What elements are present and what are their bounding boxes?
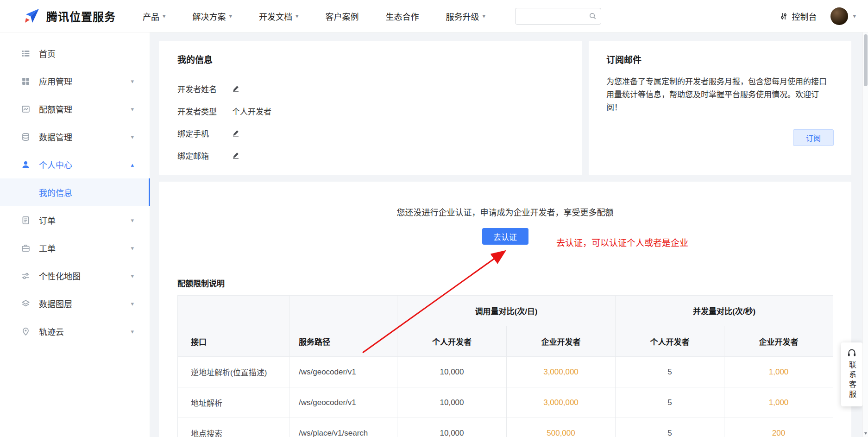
nav-item-ecosystem[interactable]: 生态合作: [386, 10, 419, 22]
edit-icon[interactable]: [232, 85, 239, 92]
subscribe-card-title: 订阅邮件: [606, 53, 834, 65]
column-header-personal: 个人开发者: [397, 326, 507, 357]
sidebar-item-label: 配额管理: [39, 103, 72, 115]
chevron-down-icon: ▾: [296, 13, 299, 19]
sidebar-item-data[interactable]: 数据管理 ▾: [0, 123, 150, 151]
table-row: 地址解析 /ws/geocoder/v1 10,000 3,000,000 5 …: [178, 387, 833, 418]
column-header-path: 服务路径: [289, 326, 397, 357]
nav-item-cases[interactable]: 客户案例: [326, 10, 359, 22]
nav-item-label: 生态合作: [386, 10, 419, 22]
subscribe-button[interactable]: 订阅: [793, 129, 834, 146]
search-input[interactable]: [516, 8, 584, 24]
layers-icon: [21, 299, 31, 308]
ticket-briefcase-icon: [21, 243, 31, 253]
console-label: 控制台: [792, 10, 817, 22]
chevron-down-icon[interactable]: ▾: [853, 13, 856, 19]
sidebar-subitem-my-info[interactable]: 我的信息: [0, 178, 150, 206]
console-icon: [780, 12, 788, 20]
sidebar-item-apps[interactable]: 应用管理 ▾: [0, 67, 150, 95]
sliders-icon: [21, 271, 31, 280]
sidebar-item-track-cloud[interactable]: 轨迹云 ▾: [0, 317, 150, 345]
scrollbar[interactable]: [862, 32, 868, 437]
personal-daily-cell: 10,000: [397, 418, 507, 437]
sidebar-item-tickets[interactable]: 工单 ▾: [0, 234, 150, 262]
profile-card: 我的信息 开发者姓名 开发者类型 个人开发者 绑定手机: [159, 41, 582, 175]
enterprise-daily-cell: 500,000: [507, 418, 616, 437]
brand[interactable]: 腾讯位置服务: [22, 7, 116, 25]
location-pin-icon: [21, 327, 31, 336]
edit-icon[interactable]: [232, 129, 239, 137]
cert-notice: 您还没进行企业认证，申请成为企业开发者，享受更多配额: [159, 206, 851, 218]
table-row: 逆地址解析(位置描述) /ws/geocoder/v1 10,000 3,000…: [178, 357, 833, 387]
nav-item-label: 解决方案: [193, 10, 226, 22]
avatar[interactable]: [830, 7, 848, 25]
path-cell: /ws/place/v1/search: [289, 418, 397, 437]
profile-row-label: 开发者类型: [177, 105, 232, 117]
nav-item-products[interactable]: 产品 ▾: [143, 10, 166, 22]
enterprise-daily-cell: 3,000,000: [507, 357, 616, 387]
sidebar-item-home[interactable]: 首页: [0, 39, 150, 67]
top-navbar: 腾讯位置服务 产品 ▾ 解决方案 ▾ 开发文档 ▾ 客户案例 生态合作 服务升级…: [0, 0, 868, 32]
nav-item-label: 产品: [143, 10, 159, 22]
profile-row-email: 绑定邮箱: [177, 144, 564, 166]
contact-support-label: 联系客服: [846, 361, 857, 400]
enterprise-qps-cell: 200: [724, 418, 833, 437]
chevron-down-icon: ▾: [131, 217, 134, 224]
sidebar-item-label: 数据图层: [39, 298, 72, 310]
personal-qps-cell: 5: [616, 387, 724, 418]
order-document-icon: [21, 215, 31, 225]
profile-row-phone: 绑定手机: [177, 122, 564, 144]
column-header-api: 接口: [178, 326, 289, 357]
sidebar-subitem-label: 我的信息: [39, 186, 72, 198]
go-certify-button[interactable]: 去认证: [482, 228, 528, 245]
scroll-down-arrow[interactable]: [864, 432, 867, 435]
search-icon[interactable]: [584, 12, 601, 20]
home-list-icon: [21, 49, 31, 58]
sidebar-item-label: 首页: [39, 47, 56, 59]
sidebar-item-orders[interactable]: 订单 ▾: [0, 206, 150, 234]
contact-support-tab[interactable]: 联系客服: [841, 342, 862, 406]
table-header-row: 接口 服务路径 个人开发者 企业开发者 个人开发者 企业开发者: [178, 326, 833, 357]
user-icon: [21, 160, 31, 169]
sidebar-item-label: 订单: [39, 214, 56, 226]
developer-type-value: 个人开发者: [232, 105, 271, 117]
sidebar-item-label: 数据管理: [39, 131, 72, 143]
search-box[interactable]: [515, 8, 601, 25]
column-header-enterprise: 企业开发者: [507, 326, 616, 357]
sidebar-item-quota[interactable]: 配额管理 ▾: [0, 95, 150, 123]
certification-card: 您还没进行企业认证，申请成为企业开发者，享受更多配额 去认证 去认证，可以认证个…: [159, 182, 851, 437]
path-cell: /ws/geocoder/v1: [289, 387, 397, 418]
sidebar-item-label: 个性化地图: [39, 270, 81, 282]
subscribe-card: 订阅邮件 为您准备了专属定制的开发者服务月报，包含您每月使用的接口用量统计等信息…: [589, 41, 851, 175]
path-cell: /ws/geocoder/v1: [289, 357, 397, 387]
chevron-down-icon: ▾: [131, 133, 134, 140]
edit-icon[interactable]: [232, 152, 239, 159]
personal-qps-cell: 5: [616, 418, 724, 437]
console-link[interactable]: 控制台: [780, 10, 817, 22]
sidebar-item-custom-map[interactable]: 个性化地图 ▾: [0, 262, 150, 290]
scrollbar-thumb[interactable]: [864, 34, 868, 86]
chevron-up-icon: ▴: [131, 161, 134, 168]
chevron-down-icon: ▾: [131, 245, 134, 252]
sidebar-item-personal-center[interactable]: 个人中心 ▴: [0, 151, 150, 178]
sidebar-item-label: 个人中心: [39, 158, 72, 171]
table-group-header-row: 调用量对比(次/日) 并发量对比(次/秒): [178, 296, 833, 326]
enterprise-qps-cell: 1,000: [724, 387, 833, 418]
subscribe-description: 为您准备了专属定制的开发者服务月报，包含您每月使用的接口用量统计等信息，帮助您及…: [606, 76, 834, 114]
quota-chart-icon: [21, 104, 31, 114]
column-header-personal: 个人开发者: [616, 326, 724, 357]
nav-item-label: 开发文档: [259, 10, 292, 22]
sidebar-item-layers[interactable]: 数据图层 ▾: [0, 290, 150, 317]
nav-item-solutions[interactable]: 解决方案 ▾: [193, 10, 233, 22]
enterprise-daily-cell: 3,000,000: [507, 387, 616, 418]
brand-name[interactable]: 腾讯位置服务: [46, 8, 116, 24]
brand-logo-icon: [22, 7, 41, 25]
database-icon: [21, 132, 31, 141]
primary-nav: 产品 ▾ 解决方案 ▾ 开发文档 ▾ 客户案例 生态合作 服务升级 ▾: [143, 10, 485, 22]
sidebar-item-label: 应用管理: [39, 75, 72, 87]
nav-item-upgrade[interactable]: 服务升级 ▾: [446, 10, 486, 22]
chevron-down-icon: ▾: [131, 78, 134, 85]
profile-row-type: 开发者类型 个人开发者: [177, 100, 564, 122]
personal-daily-cell: 10,000: [397, 387, 507, 418]
nav-item-docs[interactable]: 开发文档 ▾: [259, 10, 299, 22]
